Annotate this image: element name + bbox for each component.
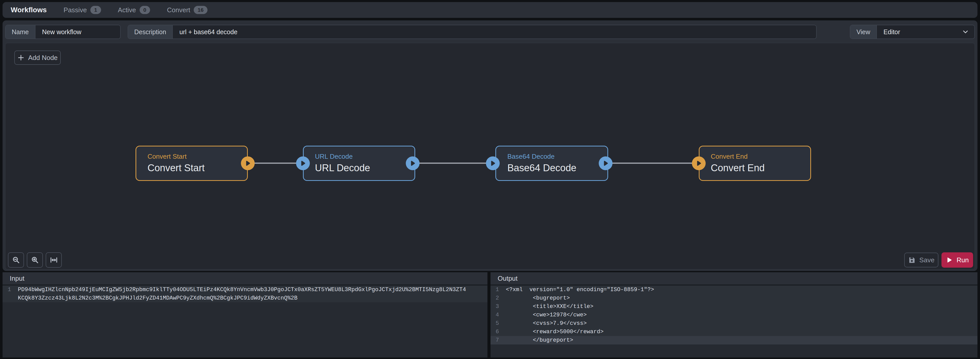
play-triangle-icon [490,160,496,167]
edge-url-decode-to-base64-decode [415,162,495,164]
output-code: <cwe>12978</cwe> [506,311,587,319]
name-field-group: Name New workflow [5,25,121,39]
input-line-1-wrap: KCQk8Y3Zzcz43Ljk8L2N2c3M%2BCgkJPHJld2FyZ… [3,294,487,302]
edge-convert-start-to-url-decode [248,162,303,164]
view-field-group: View Editor [850,25,975,39]
save-button[interactable]: Save [904,253,939,267]
tab-active[interactable]: Active 0 [118,6,150,14]
view-select-value: Editor [883,28,900,36]
save-button-label: Save [919,256,934,264]
node-title: Base64 Decode [508,162,608,173]
tab-convert-count-badge: 16 [194,6,207,14]
tab-convert[interactable]: Convert 16 [167,6,207,14]
node-type-label: Base64 Decode [508,152,608,160]
output-editor[interactable]: 1 <?xml version="1.0" encoding="ISO-8859… [490,286,977,345]
zoom-out-icon [12,256,20,264]
workflow-graph-canvas[interactable]: Add Node Convert Start Convert Start URL… [5,43,975,270]
name-field-label: Name [6,25,35,38]
add-node-button[interactable]: Add Node [14,51,61,65]
output-code: <bugreport> [506,294,570,302]
edge-base64-decode-to-convert-end [608,162,699,164]
port-in-base64-decode[interactable] [486,156,500,170]
description-input[interactable]: url + base64 decode [173,25,816,38]
line-number: 1 [490,286,506,294]
port-out-base64-decode[interactable] [599,156,612,170]
output-line: 2 <bugreport> [490,294,977,302]
view-field-label: View [850,25,877,38]
chevron-down-icon [962,28,969,36]
node-title: URL Decode [315,162,414,173]
run-play-icon [946,257,953,263]
play-triangle-icon [409,160,416,167]
input-code: PD94bWwgIHZlcnNpb249IjEuMCIgZW5jb2Rpbmc9… [18,286,466,294]
port-out-convert-start[interactable] [241,156,255,170]
tab-convert-label: Convert [167,6,190,14]
output-line-active: 7 </bugreport> [490,336,977,345]
node-type-label: Convert Start [148,152,247,160]
play-triangle-icon [695,160,702,167]
zoom-in-button[interactable] [27,253,43,268]
add-node-label: Add Node [28,54,58,62]
output-panel-header: Output [490,272,977,286]
line-number: 5 [490,319,506,327]
run-button[interactable]: Run [942,253,973,268]
input-line-1: 1 PD94bWwgIHZlcnNpb249IjEuMCIgZW5jb2Rpbm… [3,286,487,294]
fit-to-width-button[interactable] [46,253,62,268]
port-out-url-decode[interactable] [406,156,420,170]
workflow-editor-card: Name New workflow Description url + base… [3,21,977,271]
output-line: 6 <reward>5000</reward> [490,327,977,336]
workflow-meta-toolbar: Name New workflow Description url + base… [3,21,977,43]
output-panel-title: Output [498,275,517,283]
page-title: Workflows [11,6,47,14]
output-panel: Output 1 <?xml version="1.0" encoding="I… [490,272,977,357]
tab-passive-count-badge: 1 [90,6,101,14]
output-line: 4 <cwe>12978</cwe> [490,311,977,319]
line-number: 6 [490,327,506,336]
play-triangle-icon [300,160,306,167]
tab-active-label: Active [118,6,136,14]
output-code: <reward>5000</reward> [506,327,604,336]
output-code: <cvss>7.9</cvss> [506,319,587,327]
input-panel-header: Input [3,272,487,286]
description-field-label: Description [128,25,173,38]
output-line: 5 <cvss>7.9</cvss> [490,319,977,327]
node-title: Convert End [711,162,810,173]
zoom-in-icon [31,256,39,264]
input-code: KCQk8Y3Zzcz43Ljk8L2N2c3M%2BCgkJPHJld2FyZ… [18,294,298,302]
node-type-label: Convert End [711,152,810,160]
node-convert-end[interactable]: Convert End Convert End [699,146,811,181]
output-code: <title>XXE</title> [506,302,593,311]
node-url-decode[interactable]: URL Decode URL Decode [303,146,415,181]
floppy-disk-icon [908,256,916,264]
port-in-url-decode[interactable] [296,156,310,170]
tab-active-count-badge: 0 [140,6,150,14]
line-number-empty [3,294,18,302]
play-triangle-icon [602,160,609,167]
node-type-label: URL Decode [315,152,414,160]
tab-passive[interactable]: Passive 1 [64,6,101,14]
node-base64-decode[interactable]: Base64 Decode Base64 Decode [495,146,608,181]
tab-passive-label: Passive [64,6,87,14]
line-number: 3 [490,302,506,311]
name-input[interactable]: New workflow [35,25,120,38]
input-editor[interactable]: 1 PD94bWwgIHZlcnNpb249IjEuMCIgZW5jb2Rpbm… [3,286,487,302]
fit-width-icon [50,256,58,264]
line-number: 2 [490,294,506,302]
run-button-label: Run [956,256,969,264]
workflow-tabbar: Workflows Passive 1 Active 0 Convert 16 [3,2,977,18]
description-field-group: Description url + base64 decode [127,25,817,39]
node-convert-start[interactable]: Convert Start Convert Start [135,146,248,181]
node-title: Convert Start [148,162,247,173]
play-triangle-icon [245,160,251,167]
zoom-out-button[interactable] [8,253,24,268]
input-panel: Input 1 PD94bWwgIHZlcnNpb249IjEuMCIgZW5j… [3,272,487,357]
line-number: 4 [490,311,506,319]
line-number: 1 [3,286,18,294]
output-code: <?xml version="1.0" encoding="ISO-8859-1… [506,286,654,294]
view-select[interactable]: Editor [877,25,974,38]
plus-icon [18,54,24,61]
output-line: 3 <title>XXE</title> [490,302,977,311]
port-in-convert-end[interactable] [692,156,706,170]
output-code: </bugreport> [506,336,573,345]
line-number: 7 [490,336,506,345]
